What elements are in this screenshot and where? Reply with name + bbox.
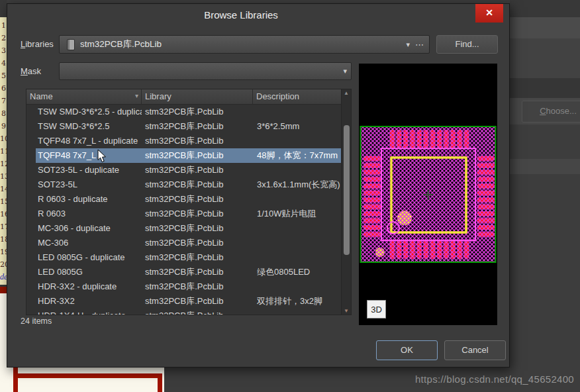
title-bar[interactable]: Browse Libraries ✕ bbox=[7, 4, 509, 26]
watermark: https://blog.csdn.net/qq_45652400 bbox=[415, 373, 574, 385]
libraries-label: Libraries bbox=[21, 35, 54, 54]
table-row[interactable]: TQFP48 7x7_L - duplicate stm32PCB库.PcbLi… bbox=[26, 134, 341, 148]
footprint-preview-pane[interactable]: 3D bbox=[359, 64, 497, 325]
schematic-wire bbox=[13, 373, 162, 378]
pin-number: 8 bbox=[0, 109, 7, 122]
schematic-wire bbox=[13, 366, 18, 392]
cell-description: 绿色0805LED bbox=[253, 265, 341, 279]
cell-library: stm32PCB库.PcbLib bbox=[142, 148, 253, 163]
cell-description bbox=[253, 105, 341, 119]
schematic-left-strip: 1234567891011121314151617181920 de bbox=[0, 0, 7, 392]
cell-library: stm32PCB库.PcbLib bbox=[142, 250, 253, 265]
table-row[interactable]: LED 0805G - duplicate stm32PCB库.PcbLib bbox=[26, 250, 341, 265]
table-row[interactable]: SOT23-5L stm32PCB库.PcbLib 3x1.6x1.1mm(长宽… bbox=[26, 177, 341, 192]
scroll-up-icon[interactable]: ▲ bbox=[342, 90, 351, 96]
3d-view-button[interactable]: 3D bbox=[367, 300, 386, 318]
mask-dropdown[interactable]: ▾ bbox=[59, 62, 352, 80]
ok-button[interactable]: OK bbox=[376, 340, 438, 360]
pin-number: 18 bbox=[0, 235, 7, 248]
column-header-description[interactable]: Description bbox=[253, 89, 341, 104]
table-row[interactable]: HDR-3X2 stm32PCB库.PcbLib 双排排针，3x2脚 bbox=[26, 294, 341, 309]
bg-band bbox=[510, 0, 580, 17]
cell-description bbox=[253, 250, 341, 265]
table-row[interactable]: SOT23-5L - duplicate stm32PCB库.PcbLib bbox=[26, 163, 341, 177]
pin-number: 1 bbox=[0, 21, 7, 34]
scrollbar-thumb[interactable] bbox=[344, 125, 350, 255]
cell-library: stm32PCB库.PcbLib bbox=[142, 134, 253, 148]
choose-button[interactable]: Choose... bbox=[522, 101, 580, 122]
find-button[interactable]: Find... bbox=[436, 35, 498, 54]
pin-number: 10 bbox=[0, 134, 7, 147]
column-header-name[interactable]: Name ▾ bbox=[26, 89, 142, 104]
close-icon: ✕ bbox=[485, 7, 493, 18]
cell-description bbox=[253, 236, 341, 250]
schematic-wire bbox=[0, 287, 7, 293]
cell-name: TSW SMD-3*6*2.5 - duplicate bbox=[26, 105, 142, 119]
libraries-dropdown[interactable]: stm32PCB库.PcbLib ▾ ⋯ bbox=[59, 35, 430, 54]
pin-number: 7 bbox=[0, 97, 7, 109]
table-row[interactable]: R 0603 stm32PCB库.PcbLib 1/10W贴片电阻 bbox=[26, 207, 341, 221]
close-button[interactable]: ✕ bbox=[475, 4, 503, 23]
table-row[interactable]: TSW SMD-3*6*2.5 - duplicate stm32PCB库.Pc… bbox=[26, 105, 341, 119]
cell-library: stm32PCB库.PcbLib bbox=[142, 177, 253, 192]
column-header-library[interactable]: Library bbox=[142, 89, 253, 104]
pin-number: 4 bbox=[0, 59, 7, 72]
schematic-wire bbox=[158, 373, 162, 392]
cell-library: stm32PCB库.PcbLib bbox=[142, 309, 253, 315]
browse-libraries-dialog: Browse Libraries ✕ Libraries stm32PCB库.P… bbox=[7, 3, 510, 368]
screen: 1234567891011121314151617181920 de Choos… bbox=[0, 0, 580, 392]
cell-description: 1/10W贴片电阻 bbox=[253, 207, 341, 221]
cancel-button[interactable]: Cancel bbox=[444, 340, 506, 360]
libraries-dropdown-value: stm32PCB库.PcbLib bbox=[80, 38, 402, 50]
browse-ellipsis-icon[interactable]: ⋯ bbox=[414, 40, 429, 50]
table-row[interactable]: TQFP48 7x7_L stm32PCB库.PcbLib 48脚，体宽：7x7… bbox=[36, 148, 341, 163]
table-body: TSW SMD-3*6*2.5 - duplicate stm32PCB库.Pc… bbox=[26, 105, 341, 315]
status-items-count: 24 items bbox=[21, 317, 52, 326]
cell-library: stm32PCB库.PcbLib bbox=[142, 119, 253, 134]
chevron-down-icon[interactable]: ▾ bbox=[339, 67, 351, 75]
pin-number: 11 bbox=[0, 147, 7, 160]
cell-library: stm32PCB库.PcbLib bbox=[142, 236, 253, 250]
cell-library: stm32PCB库.PcbLib bbox=[142, 221, 253, 236]
cell-description: 双排排针，3x2脚 bbox=[253, 294, 341, 309]
cell-name: R 0603 bbox=[26, 207, 142, 221]
table-row[interactable]: TSW SMD-3*6*2.5 stm32PCB库.PcbLib 3*6*2.5… bbox=[26, 119, 341, 134]
scroll-down-icon[interactable]: ▼ bbox=[342, 308, 351, 314]
cell-library: stm32PCB库.PcbLib bbox=[142, 192, 253, 207]
pin-number: 13 bbox=[0, 172, 7, 185]
cell-name: TSW SMD-3*6*2.5 bbox=[26, 119, 142, 134]
schematic-pin-numbers: 1234567891011121314151617181920 bbox=[0, 17, 7, 273]
cell-name: MC-306 - duplicate bbox=[26, 221, 142, 236]
table-row[interactable]: LED 0805G stm32PCB库.PcbLib 绿色0805LED bbox=[26, 265, 341, 279]
mask-label: Mask bbox=[21, 62, 41, 80]
schematic-bottom-area bbox=[0, 366, 164, 392]
cell-description bbox=[253, 221, 341, 236]
cell-name: TQFP48 7x7_L bbox=[36, 148, 142, 163]
bg-band bbox=[510, 159, 580, 174]
pin-number: 5 bbox=[0, 72, 7, 84]
cell-name: SOT23-5L bbox=[26, 177, 142, 192]
bg-band bbox=[510, 17, 580, 38]
table-row[interactable]: MC-306 stm32PCB库.PcbLib bbox=[26, 236, 341, 250]
cell-name: LED 0805G bbox=[26, 265, 142, 279]
bg-band bbox=[510, 38, 580, 78]
dialog-title: Browse Libraries bbox=[7, 9, 509, 21]
pin-number: 2 bbox=[0, 34, 7, 46]
table-header: Name ▾ Library Description bbox=[26, 89, 341, 105]
table-row[interactable]: HDR-3X2 - duplicate stm32PCB库.PcbLib bbox=[26, 279, 341, 294]
pin-number: 14 bbox=[0, 185, 7, 197]
vertical-scrollbar[interactable]: ▲ ▼ bbox=[341, 89, 351, 315]
chevron-down-icon[interactable]: ▾ bbox=[402, 40, 414, 49]
cell-description bbox=[253, 134, 341, 148]
cell-library: stm32PCB库.PcbLib bbox=[142, 279, 253, 294]
table-row[interactable]: HDR-1X4-H - duplicate stm32PCB库.PcbLib bbox=[26, 309, 341, 315]
cell-name: MC-306 bbox=[26, 236, 142, 250]
cell-name: HDR-1X4-H - duplicate bbox=[26, 309, 142, 315]
table-row[interactable]: MC-306 - duplicate stm32PCB库.PcbLib bbox=[26, 221, 341, 236]
cell-name: HDR-3X2 bbox=[26, 294, 142, 309]
cell-library: stm32PCB库.PcbLib bbox=[142, 265, 253, 279]
cell-description: 3*6*2.5mm bbox=[253, 119, 341, 134]
cell-library: stm32PCB库.PcbLib bbox=[142, 163, 253, 177]
table-row[interactable]: R 0603 - duplicate stm32PCB库.PcbLib bbox=[26, 192, 341, 207]
footprint-table: Name ▾ Library Description TSW SMD-3*6*2… bbox=[26, 89, 352, 315]
